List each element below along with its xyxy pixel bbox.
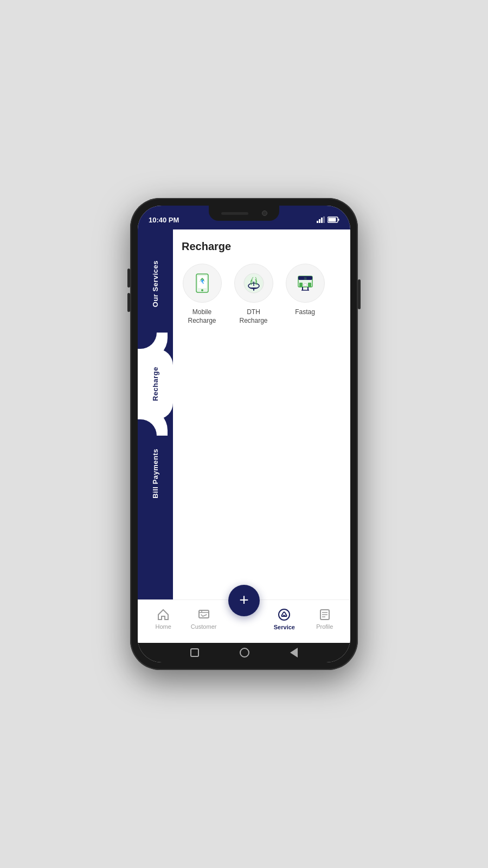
android-back-button[interactable]: [290, 648, 298, 658]
fastag-icon: ))): [294, 272, 317, 295]
sidebar-label-recharge: Recharge: [151, 355, 159, 413]
svg-rect-19: [304, 284, 307, 286]
svg-point-9: [201, 289, 203, 291]
power-button[interactable]: [358, 279, 361, 309]
main-content: Our Services Recharge Bill Payments Rech…: [138, 229, 350, 599]
status-icons: [317, 216, 339, 223]
nav-label-customer: Customer: [191, 623, 217, 630]
dth-recharge-label: DTHRecharge: [239, 308, 267, 325]
svg-rect-3: [323, 216, 325, 223]
svg-rect-5: [338, 219, 339, 221]
mobile-recharge-label: MobileRecharge: [188, 308, 216, 325]
svg-rect-24: [199, 610, 209, 618]
right-content: Recharge ₹: [173, 229, 350, 599]
service-item-fastag[interactable]: ))) Fastag: [285, 264, 325, 325]
profile-icon: [318, 608, 331, 621]
svg-rect-17: [299, 283, 303, 287]
sidebar-item-our-services[interactable]: Our Services: [138, 229, 173, 338]
nav-item-service[interactable]: Service: [268, 608, 300, 630]
service-item-mobile-recharge[interactable]: ₹ MobileRecharge: [182, 264, 222, 325]
service-grid: ₹ MobileRecharge: [182, 264, 342, 325]
svg-rect-0: [317, 221, 318, 223]
mobile-recharge-icon-wrapper: ₹: [183, 264, 222, 303]
android-nav-bar: [138, 643, 350, 662]
status-time: 10:40 PM: [149, 216, 179, 224]
volume-down-button[interactable]: [127, 293, 130, 312]
nav-label-service: Service: [274, 624, 295, 630]
customer-icon: [197, 608, 210, 621]
fab-button[interactable]: +: [228, 585, 260, 616]
fastag-icon-wrapper: ))): [286, 264, 325, 303]
nav-item-profile[interactable]: Profile: [309, 608, 341, 630]
home-icon: [157, 608, 170, 621]
svg-rect-2: [321, 218, 323, 223]
svg-point-25: [279, 609, 290, 620]
volume-up-button[interactable]: [127, 269, 130, 288]
sidebar-label-bill-payments: Bill Payments: [151, 437, 159, 510]
svg-rect-6: [329, 218, 336, 222]
status-bar: 10:40 PM: [138, 206, 350, 229]
android-recent-button[interactable]: [190, 648, 199, 657]
sidebar-label-our-services: Our Services: [151, 248, 159, 319]
svg-rect-1: [319, 219, 320, 223]
nav-item-home[interactable]: Home: [147, 608, 179, 630]
sidebar-item-bill-payments[interactable]: Bill Payments: [138, 419, 173, 528]
camera: [262, 210, 267, 216]
nav-item-customer[interactable]: Customer: [188, 608, 220, 630]
svg-text:))): ))): [304, 277, 306, 280]
phone-device: 10:40 PM: [130, 198, 358, 670]
android-home-button[interactable]: [240, 648, 249, 658]
notch: [209, 206, 279, 221]
dth-recharge-icon-wrapper: [234, 264, 273, 303]
service-item-dth-recharge[interactable]: DTHRecharge: [233, 264, 274, 325]
fastag-label: Fastag: [295, 308, 315, 317]
battery-icon: [328, 216, 339, 223]
mobile-recharge-icon: ₹: [191, 272, 214, 295]
service-icon: [277, 608, 291, 622]
phone-screen: 10:40 PM: [138, 206, 350, 662]
nav-label-profile: Profile: [316, 623, 333, 630]
nav-label-home: Home: [156, 623, 171, 630]
fab-plus-icon: +: [239, 592, 249, 608]
sidebar-item-recharge[interactable]: Recharge: [138, 349, 173, 419]
speaker: [221, 212, 248, 215]
section-title: Recharge: [182, 240, 342, 253]
bottom-nav: + Home Customer: [138, 599, 350, 643]
sidebar: Our Services Recharge Bill Payments: [138, 229, 173, 599]
signal-icon: [317, 216, 325, 223]
dth-recharge-icon: [242, 272, 265, 295]
svg-rect-18: [308, 283, 311, 287]
